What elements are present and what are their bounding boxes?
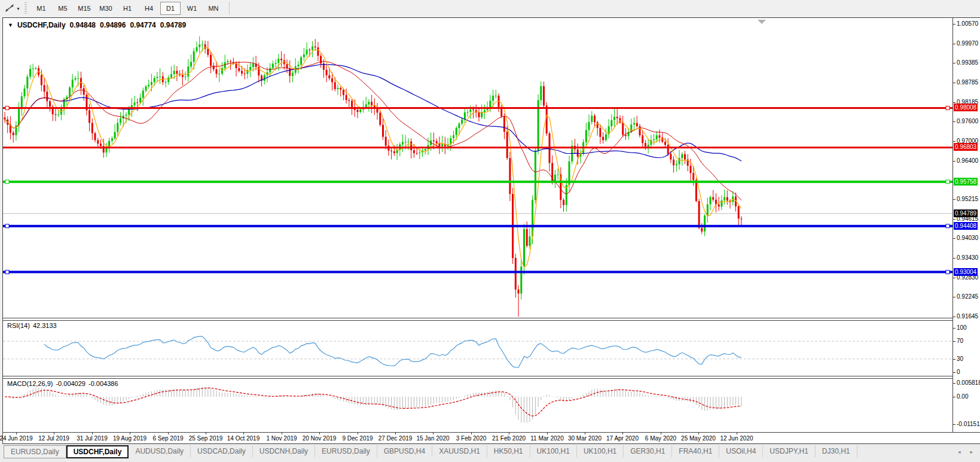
date-axis-line [3, 432, 980, 433]
macd-axis-tickmark [953, 383, 955, 384]
chart-title-dropdown-icon[interactable]: ▼ [8, 21, 13, 29]
chart-title: ▼ USDCHF,Daily 0.94848 0.94896 0.94774 0… [8, 21, 186, 29]
tab-scroll-right-icon[interactable]: ▸ [970, 449, 973, 455]
price-axis-tick-label: 0.95215 [957, 196, 978, 202]
rsi-chart-canvas[interactable] [3, 320, 952, 376]
price-axis-tickmark [953, 83, 955, 83]
date-axis-tickmark [737, 432, 737, 434]
date-axis-tickmark [622, 432, 623, 434]
pane-splitter-macd[interactable] [3, 376, 980, 379]
rsi-axis-tick-label: 0 [957, 369, 960, 375]
chart-tab-usoil-h4[interactable]: USOil,H4 [719, 445, 763, 457]
top-toolbar: ▼ M1M5M15M30H1H4D1W1MN [0, 0, 980, 17]
chart-tab-fra40-h1[interactable]: FRA40,H1 [672, 445, 719, 457]
chart-tab-ger30-h1[interactable]: GER30,H1 [624, 445, 672, 457]
date-axis-label: 15 Jan 2020 [416, 435, 449, 442]
price-axis-tick-label: 1.00570 [957, 20, 978, 27]
chart-tab-usdcnh-daily[interactable]: USDCNH,Daily [253, 445, 315, 457]
date-axis-tickmark [243, 432, 244, 434]
tab-scroll-left-icon[interactable]: ◂ [958, 449, 961, 455]
date-axis-label: 25 May 2020 [681, 435, 716, 442]
chart-tab-usdchf-daily[interactable]: USDCHF,Daily [66, 445, 129, 458]
main-chart-canvas[interactable] [3, 18, 952, 318]
rsi-pane-label: RSI(14)42.3133 [7, 322, 57, 329]
timeframe-button-m1[interactable]: M1 [31, 2, 51, 15]
chart-tab-xauusd-h1[interactable]: XAUUSD,H1 [432, 445, 487, 457]
price-axis-tickmark [953, 141, 955, 142]
price-axis-tickmark [953, 199, 955, 200]
price-axis-tickmark [953, 317, 955, 317]
date-axis-tickmark [282, 432, 282, 434]
date-axis-label: 30 Mar 2020 [568, 435, 602, 442]
macd-chart-canvas[interactable] [3, 378, 952, 432]
hline-handle-right [946, 180, 950, 184]
chart-tab-audusd-daily[interactable]: AUDUSD,Daily [129, 445, 191, 457]
toolbar-grip[interactable] [25, 2, 27, 14]
price-axis-tick-label: 0.99970 [957, 40, 978, 47]
chart-tab-uk100-h1[interactable]: UK100,H1 [530, 445, 577, 457]
timeframe-button-m5[interactable]: M5 [53, 2, 73, 15]
timeframe-button-m30[interactable]: M30 [96, 2, 116, 15]
price-axis-tick-label: 0.93430 [957, 254, 978, 261]
date-axis-label: 19 Aug 2019 [113, 435, 146, 442]
chart-tab-eurusd-daily[interactable]: EURUSD,Daily [4, 445, 66, 458]
ohlc-low: 0.94774 [130, 21, 155, 29]
price-axis[interactable]: 1.005700.999700.993850.987850.981850.976… [952, 18, 980, 432]
date-axis-label: 17 Apr 2020 [606, 435, 639, 442]
chart-tab-uk100-h1[interactable]: UK100,H1 [577, 445, 624, 457]
rsi-axis-tickmark [953, 341, 955, 342]
chart-tab-eurusd-daily[interactable]: EURUSD,Daily [315, 445, 377, 457]
date-axis-tickmark [206, 432, 206, 434]
date-axis-label: 6 Sep 2019 [152, 435, 183, 442]
timeframe-button-group: M1M5M15M30H1H4D1W1MN [30, 2, 224, 15]
ohlc-high: 0.94896 [100, 21, 126, 29]
timeframe-button-w1[interactable]: W1 [182, 2, 202, 15]
price-axis-tickmark [953, 102, 955, 103]
price-axis-tickmark [953, 24, 955, 25]
date-axis-label: 31 Jul 2019 [77, 435, 108, 442]
rsi-axis-tickmark [953, 359, 955, 360]
chart-tab-usdjpy-h1[interactable]: USDJPY,H1 [763, 445, 815, 457]
timeframe-button-mn[interactable]: MN [203, 2, 224, 15]
price-axis-tick-label: 0.98785 [957, 79, 978, 86]
hline-price-label: 0.94408 [954, 222, 978, 230]
tab-scroll-arrows: ◂▸ [958, 445, 973, 455]
date-axis-tickmark [16, 432, 17, 434]
hline-price-label: 0.96803 [954, 143, 978, 151]
date-axis-label: 21 Feb 2020 [492, 435, 526, 442]
hline-price-label: 0.98008 [954, 104, 978, 111]
price-axis-tickmark [953, 121, 955, 122]
chart-tab-dj30-h1[interactable]: DJ30,H1 [816, 445, 857, 457]
tool-dropdown-caret-icon[interactable]: ▼ [16, 7, 20, 11]
rsi-axis-tickmark [953, 328, 955, 329]
date-axis-tickmark [358, 432, 358, 434]
hline-handle-right [946, 106, 950, 110]
macd-pane-label: MACD(12,26,9)-0.004029-0.004386 [7, 380, 118, 387]
timeframe-button-m15[interactable]: M15 [74, 2, 94, 15]
macd-axis-tick-label: -0.011514 [957, 421, 980, 427]
timeframe-button-d1[interactable]: D1 [160, 2, 181, 15]
chart-tab-usdcad-daily[interactable]: USDCAD,Daily [191, 445, 253, 457]
rsi-axis-tick-label: 100 [957, 324, 967, 331]
pane-splitter-rsi[interactable] [3, 318, 980, 321]
chart-window: ▼ USDCHF,Daily 0.94848 0.94896 0.94774 0… [2, 17, 980, 444]
price-axis-tick-label: 0.94030 [957, 235, 978, 241]
timeframe-button-h4[interactable]: H4 [139, 2, 159, 15]
toolbar-separator [229, 2, 230, 15]
date-axis-label: 12 Jun 2020 [720, 435, 753, 442]
hline-price-label: 0.93004 [954, 268, 978, 276]
date-axis-tickmark [433, 432, 433, 434]
date-axis-label: 6 May 2020 [645, 435, 676, 442]
price-axis-tickmark [953, 219, 955, 220]
macd-axis-tick-label: 0.005818 [957, 379, 980, 386]
price-axis-tickmark [953, 258, 955, 259]
trendline-cursor-tool-button[interactable]: ▼ [2, 2, 23, 15]
date-axis-label: 1 Nov 2019 [266, 435, 297, 442]
price-axis-tick-label: 0.97600 [957, 118, 978, 124]
date-axis-label: 24 Jun 2019 [0, 435, 33, 442]
chart-tab-hk50-h1[interactable]: HK50,H1 [487, 445, 530, 457]
price-axis-tickmark [953, 44, 955, 44]
date-axis-label: 3 Feb 2020 [456, 435, 487, 442]
timeframe-button-h1[interactable]: H1 [117, 2, 138, 15]
chart-tab-gbpusd-h4[interactable]: GBPUSD,H4 [377, 445, 432, 457]
